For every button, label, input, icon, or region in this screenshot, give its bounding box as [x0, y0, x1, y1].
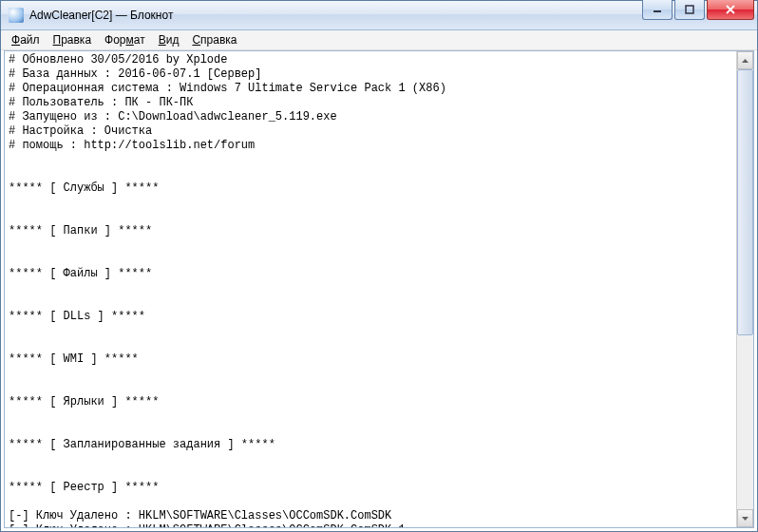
menu-edit[interactable]: Правка: [47, 31, 99, 48]
menu-help[interactable]: Справка: [185, 31, 243, 48]
menu-file[interactable]: Файл: [5, 31, 47, 48]
menu-file-label: Файл: [11, 33, 40, 47]
menu-view-label: Вид: [159, 33, 180, 47]
menu-format[interactable]: Формат: [98, 31, 152, 48]
minimize-button[interactable]: [642, 0, 673, 20]
menubar: Файл Правка Формат Вид Справка: [1, 30, 757, 50]
close-icon: [725, 5, 736, 14]
scroll-track[interactable]: [737, 69, 753, 509]
text-content[interactable]: # Обновлено 30/05/2016 by Xplode # База …: [5, 51, 736, 527]
svg-rect-1: [686, 6, 693, 13]
chevron-up-icon: [741, 58, 749, 64]
menu-format-label: Формат: [104, 33, 145, 47]
vertical-scrollbar[interactable]: [736, 51, 753, 527]
client-area: # Обновлено 30/05/2016 by Xplode # База …: [4, 50, 754, 528]
minimize-icon: [652, 5, 663, 14]
scroll-thumb[interactable]: [737, 69, 753, 335]
maximize-icon: [684, 5, 695, 14]
scroll-down-button[interactable]: [737, 509, 753, 527]
menu-view[interactable]: Вид: [152, 31, 186, 48]
titlebar[interactable]: AdwCleaner[C2] — Блокнот: [1, 1, 757, 30]
notepad-window: AdwCleaner[C2] — Блокнот Файл Правка Фор…: [0, 0, 758, 532]
maximize-button[interactable]: [674, 0, 705, 20]
app-icon: [9, 8, 24, 23]
window-title: AdwCleaner[C2] — Блокнот: [29, 9, 642, 22]
scroll-up-button[interactable]: [737, 51, 753, 69]
menu-edit-label: Правка: [53, 33, 92, 47]
svg-rect-0: [654, 10, 661, 12]
window-controls: [642, 1, 757, 29]
close-button[interactable]: [707, 0, 754, 20]
menu-help-label: Справка: [192, 33, 237, 47]
chevron-down-icon: [741, 516, 749, 522]
